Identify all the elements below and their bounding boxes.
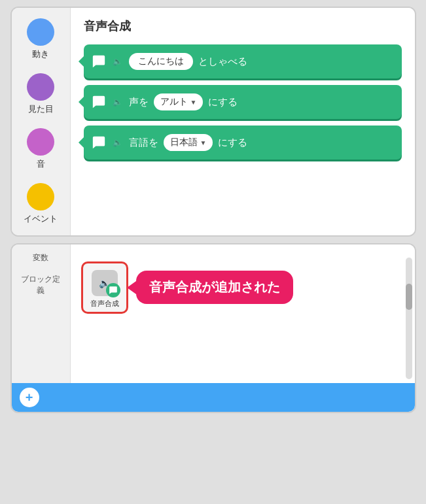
sound-wave-icon-3: 🔈 <box>113 138 122 147</box>
top-main-area: 音声合成 🔈 こんにちは としゃべる <box>71 8 415 235</box>
highlighted-block-button[interactable]: 🔈 音声合成 <box>81 261 128 314</box>
add-button[interactable]: + <box>20 388 39 407</box>
sidebar-label-variables[interactable]: 変数 <box>33 252 48 263</box>
speak-block[interactable]: 🔈 こんにちは としゃべる <box>84 44 402 78</box>
sidebar-label-events: イベント <box>24 213 58 225</box>
speech-bubble-icon <box>92 54 106 69</box>
sidebar-item-events[interactable]: イベント <box>24 183 58 225</box>
voice-block[interactable]: 🔈 声を アルト ▼ にする <box>84 85 402 119</box>
sound-circle <box>27 128 54 156</box>
speech-bubble-icon-3 <box>92 135 106 150</box>
block-text-speak: こんにちは としゃべる <box>129 53 247 70</box>
block-label: 音声合成 <box>90 299 119 308</box>
looks-circle <box>27 73 54 101</box>
language-suffix: にする <box>218 137 247 149</box>
block-text-voice: 声を アルト ▼ にする <box>129 93 238 110</box>
green-bubble-icon <box>106 283 120 297</box>
top-sidebar: 動き 見た目 音 イベント <box>12 8 71 235</box>
dropdown-arrow-icon-2: ▼ <box>200 139 207 146</box>
voice-prefix: 声を <box>129 96 149 109</box>
speech-bubble-icon-2 <box>92 95 106 109</box>
sound-wave-icon-2: 🔈 <box>113 97 122 107</box>
bottom-panel: 変数 ブロック定義 🔈 音声合成 音声合成が追加された <box>10 243 416 413</box>
sidebar-label-looks: 見た目 <box>28 103 54 115</box>
block-icons: 🔈 <box>92 270 118 296</box>
sidebar-item-sound[interactable]: 音 <box>27 128 54 170</box>
events-circle <box>27 183 54 210</box>
language-block[interactable]: 🔈 言語を 日本語 ▼ にする <box>84 126 402 160</box>
section-title: 音声合成 <box>84 18 402 34</box>
callout-text: 音声合成が追加された <box>149 280 280 294</box>
language-prefix: 言語を <box>129 137 158 149</box>
scrollbar-thumb[interactable] <box>406 284 412 310</box>
block-text-language: 言語を 日本語 ▼ にする <box>129 134 248 151</box>
sidebar-label-sound: 音 <box>37 158 45 170</box>
blocks-container: 🔈 こんにちは としゃべる 🔈 声を アルト <box>84 44 402 160</box>
top-panel: 動き 見た目 音 イベント 音声合成 🔈 <box>10 7 416 237</box>
sidebar-label-motion: 動き <box>32 48 49 60</box>
scrollbar-track[interactable] <box>406 258 412 379</box>
callout-bubble: 音声合成が追加された <box>136 271 293 304</box>
voice-suffix: にする <box>208 96 238 109</box>
sidebar-label-block-def: ブロック定義 <box>21 274 60 296</box>
sound-wave-icon: 🔈 <box>113 57 122 66</box>
sidebar-item-motion[interactable]: 動き <box>27 18 54 60</box>
speak-suffix: としゃべる <box>198 56 247 68</box>
language-dropdown[interactable]: 日本語 ▼ <box>164 134 213 151</box>
sidebar-item-looks[interactable]: 見た目 <box>27 73 54 115</box>
bottom-bar: + <box>12 383 415 412</box>
motion-circle <box>27 18 54 46</box>
speak-input[interactable]: こんにちは <box>129 53 193 70</box>
voice-dropdown[interactable]: アルト ▼ <box>154 93 204 110</box>
dropdown-arrow-icon: ▼ <box>190 99 197 106</box>
